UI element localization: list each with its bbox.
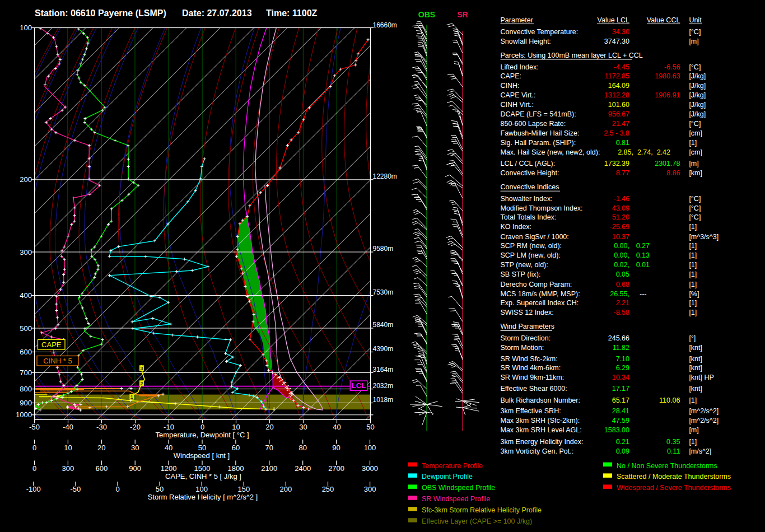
svg-text:47.59: 47.59 [612,417,629,424]
svg-text:OBS: OBS [418,10,435,19]
svg-text:0.01: 0.01 [636,261,650,269]
svg-text:1: 1 [130,394,133,400]
svg-text:Parameter: Parameter [501,16,533,24]
svg-text:3164m: 3164m [373,366,394,374]
svg-text:7530m: 7530m [373,288,394,296]
svg-text:SR Wind 9km-11km:: SR Wind 9km-11km: [501,374,565,381]
svg-text:-4.45: -4.45 [614,63,630,71]
svg-text:600: 600 [20,348,32,356]
svg-text:Storm Direction:: Storm Direction: [501,334,551,342]
svg-text:500: 500 [20,324,32,333]
svg-text:3km Effective SRH:: 3km Effective SRH: [501,407,561,415]
svg-text:SR: SR [457,10,468,19]
svg-text:900: 900 [129,464,141,473]
svg-text:0.09: 0.09 [616,447,629,455]
svg-text:-50: -50 [29,423,40,431]
svg-text:Effective Shear 6000:: Effective Shear 6000: [501,385,567,393]
svg-text:43.09: 43.09 [612,204,629,212]
svg-text:17.17: 17.17 [612,385,629,393]
svg-text:[°C]: [°C] [689,63,701,71]
svg-text:-20: -20 [130,423,141,431]
svg-text:3: 3 [140,366,143,371]
svg-text:[m]: [m] [689,426,698,434]
svg-text:[1]: [1] [689,396,697,404]
svg-text:12280m: 12280m [373,172,397,180]
svg-text:SWISS 12 Index:: SWISS 12 Index: [501,309,554,316]
svg-text:9580m: 9580m [373,245,394,253]
svg-text:[m^2/s^2]: [m^2/s^2] [689,417,719,424]
svg-text:2700: 2700 [328,464,344,473]
svg-text:[m]: [m] [689,38,698,45]
svg-text:0: 0 [32,464,36,473]
svg-text:0.13: 0.13 [636,251,650,259]
svg-text:300: 300 [364,485,376,493]
svg-text:26.55,: 26.55, [610,290,629,298]
svg-text:STP (new, old):: STP (new, old): [501,261,548,269]
svg-text:[km]: [km] [689,169,702,177]
svg-text:Storm Motion:: Storm Motion: [501,344,544,352]
svg-text:2.85, 2.74, 2.42: 2.85, 2.74, 2.42 [618,148,670,156]
svg-text:Max. Hail Size (new, new2, old: Max. Hail Size (new, new2, old): [501,148,600,156]
svg-text:-8.58: -8.58 [614,309,630,316]
svg-text:0.27: 0.27 [636,242,650,250]
svg-text:110.06: 110.06 [659,396,680,404]
svg-text:LCL: LCL [352,381,366,390]
svg-text:Convective Temperature:: Convective Temperature: [501,28,579,36]
svg-text:SR Wind Sfc-2km:: SR Wind Sfc-2km: [501,355,558,363]
svg-text:0.11: 0.11 [667,447,680,455]
svg-text:10.37: 10.37 [612,233,629,241]
svg-text:[1]: [1] [689,261,697,269]
svg-text:OBS Windspeed Profile: OBS Windspeed Profile [422,484,495,492]
svg-text:[1]: [1] [689,251,697,259]
svg-text:5840m: 5840m [373,321,394,329]
svg-text:Windspeed [ knt ]: Windspeed [ knt ] [174,451,230,460]
svg-text:90: 90 [332,444,340,452]
svg-text:Temperature, Dewpoint [ °C ]: Temperature, Dewpoint [ °C ] [155,431,249,439]
svg-text:50: 50 [198,444,206,452]
svg-text:Date: 27.07.2013: Date: 27.07.2013 [182,8,252,18]
svg-text:[1]: [1] [689,242,697,250]
svg-text:[°C]: [°C] [689,28,701,36]
svg-text:LCL / CCL (AGL):: LCL / CCL (AGL): [501,160,556,167]
svg-text:[°C]: [°C] [689,120,701,128]
svg-text:-25.69: -25.69 [610,223,629,231]
svg-text:150: 150 [237,485,250,493]
svg-text:Sig. Hail Param. (SHIP):: Sig. Hail Param. (SHIP): [501,139,576,147]
svg-text:[m^3/s^3]: [m^3/s^3] [689,233,719,241]
svg-text:7.10: 7.10 [616,355,629,363]
svg-text:0.81: 0.81 [616,139,629,147]
svg-text:3km Vorticity Gen. Pot.:: 3km Vorticity Gen. Pot.: [501,447,574,455]
svg-text:65.17: 65.17 [612,396,629,404]
svg-text:6.29: 6.29 [616,364,629,372]
svg-text:70: 70 [265,444,273,452]
svg-text:[1]: [1] [689,438,697,446]
svg-text:1000: 1000 [16,410,32,419]
svg-text:Max 3km SRH (Sfc-2km):: Max 3km SRH (Sfc-2km): [501,417,580,424]
svg-text:[°C]: [°C] [689,195,701,203]
svg-text:SCP RM (new, old):: SCP RM (new, old): [501,242,562,250]
svg-text:Craven SigSvr / 1000:: Craven SigSvr / 1000: [501,233,569,241]
svg-text:1906.91: 1906.91 [655,91,680,99]
svg-text:-1.46: -1.46 [614,195,630,203]
svg-text:1500: 1500 [194,464,211,473]
svg-text:2100: 2100 [261,464,277,473]
svg-text:800: 800 [20,385,32,393]
svg-text:-10: -10 [164,423,174,431]
svg-text:[J/kg]: [J/kg] [689,91,706,99]
svg-text:[knt] HP: [knt] HP [689,374,713,381]
svg-text:700: 700 [20,368,32,377]
svg-text:2400: 2400 [295,464,311,473]
svg-text:2: 2 [140,381,143,386]
svg-text:245.66: 245.66 [608,334,629,342]
svg-text:[°]: [°] [689,334,696,342]
svg-text:CINH Virt.:: CINH Virt.: [501,101,534,109]
svg-text:[J/kg]: [J/kg] [689,82,706,90]
svg-text:51.20: 51.20 [612,213,629,221]
svg-text:900: 900 [20,399,32,407]
svg-text:20: 20 [97,444,105,452]
svg-text:8.77: 8.77 [616,169,629,177]
svg-text:28.41: 28.41 [612,407,629,415]
svg-text:Wind Parameters: Wind Parameters [501,323,555,330]
svg-text:Fawbush-Miller Hail Size:: Fawbush-Miller Hail Size: [501,129,580,137]
svg-text:0.35: 0.35 [666,438,680,446]
